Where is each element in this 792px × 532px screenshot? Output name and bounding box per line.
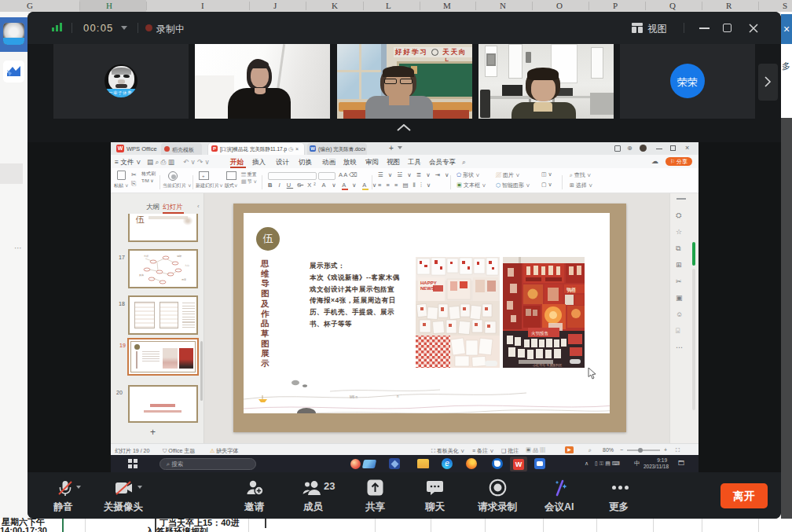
- svg-text:NEWS: NEWS: [420, 286, 434, 291]
- svg-text:元素: 元素: [182, 278, 186, 281]
- svg-text:鸮梧: 鸮梧: [566, 287, 576, 293]
- svg-text:HAPPY: HAPPY: [420, 281, 437, 285]
- svg-text:分析: 分析: [144, 255, 148, 258]
- svg-text:调研: 调研: [177, 255, 182, 258]
- svg-text:M6 n: M6 n: [350, 395, 358, 399]
- svg-text:风格: 风格: [139, 273, 144, 277]
- svg-text:方向: 方向: [185, 264, 189, 267]
- svg-text:火鸮预售: 火鸮预售: [531, 331, 548, 336]
